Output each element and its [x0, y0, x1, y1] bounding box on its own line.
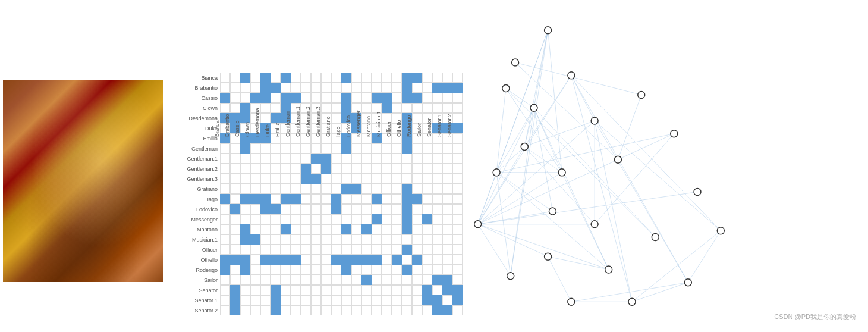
matrix-cell: [452, 83, 463, 93]
matrix-cell: [372, 184, 382, 194]
matrix-cell: [321, 174, 331, 184]
matrix-cell: [402, 234, 412, 245]
svg-line-53: [478, 192, 697, 224]
svg-line-16: [496, 108, 534, 173]
matrix-cell: [311, 204, 321, 214]
matrix-cell: [321, 234, 331, 245]
matrix-cell: [351, 295, 361, 305]
matrix-cell: [311, 214, 321, 224]
matrix-cell: [412, 295, 422, 305]
matrix-cell: [361, 154, 372, 164]
matrix-cell: [220, 224, 230, 234]
svg-line-41: [618, 95, 641, 159]
svg-point-75: [605, 266, 612, 273]
matrix-cell: [301, 214, 311, 224]
matrix-cell: [341, 295, 351, 305]
matrix-cell: [412, 214, 422, 224]
matrix-cell: [271, 245, 281, 255]
matrix-cell: [301, 275, 311, 285]
matrix-cell: [351, 164, 361, 174]
matrix-cell: [240, 234, 250, 245]
matrix-cell: [412, 184, 422, 194]
matrix-cell: [321, 255, 331, 265]
matrix-cell: [402, 164, 412, 174]
matrix-cell: [392, 305, 402, 315]
matrix-cell: [250, 295, 260, 305]
matrix-cell: [372, 154, 382, 164]
matrix-cell: [382, 174, 392, 184]
row-label: Montano: [172, 224, 220, 234]
row-label: Senator.2: [172, 305, 220, 315]
matrix-cell: [220, 174, 230, 184]
svg-line-10: [571, 76, 688, 283]
matrix-cell: [281, 255, 291, 265]
matrix-cell: [382, 275, 392, 285]
matrix-cell: [240, 275, 250, 285]
matrix-cell: [301, 265, 311, 275]
matrix-cell: [271, 143, 281, 154]
matrix-cell: [230, 224, 240, 234]
matrix-cell: [240, 184, 250, 194]
matrix-cell: [392, 234, 402, 245]
matrix-cell: [240, 305, 250, 315]
matrix-cell: [291, 164, 301, 174]
matrix-cell: [412, 143, 422, 154]
svg-line-26: [496, 146, 524, 172]
othello-painting: [3, 80, 163, 282]
matrix-cell: [412, 234, 422, 245]
matrix-cell: [392, 154, 402, 164]
matrix-cell: [291, 245, 301, 255]
svg-point-74: [545, 253, 552, 260]
matrix-cell: [240, 224, 250, 234]
matrix-cell: [301, 234, 311, 245]
svg-point-82: [684, 279, 691, 286]
matrix-cell: [452, 214, 463, 224]
matrix-cell: [351, 214, 361, 224]
col-label: Duke: [260, 71, 271, 137]
svg-line-37: [496, 173, 552, 211]
matrix-cell: [281, 204, 291, 214]
matrix-cell: [402, 204, 412, 214]
matrix-cell: [392, 164, 402, 174]
matrix-cell: [220, 164, 230, 174]
matrix-cell: [422, 204, 432, 214]
matrix-cell: [291, 174, 301, 184]
col-label: Messenger: [351, 71, 361, 137]
matrix-cell: [260, 164, 271, 174]
matrix-cell: [392, 204, 402, 214]
matrix-cell: [301, 194, 311, 204]
matrix-cell: [361, 265, 372, 275]
matrix-cell: [392, 285, 402, 295]
matrix-cell: [432, 245, 442, 255]
matrix-cell: [382, 194, 392, 204]
matrix-cell: [382, 164, 392, 174]
matrix-cell: [230, 204, 240, 214]
matrix-cell: [220, 295, 230, 305]
matrix-cell: [260, 204, 271, 214]
matrix-cell: [301, 285, 311, 295]
matrix-cell: [271, 174, 281, 184]
matrix-cell: [331, 164, 341, 174]
matrix-cell: [422, 184, 432, 194]
matrix-cell: [260, 234, 271, 245]
matrix-cell: [220, 305, 230, 315]
matrix-cell: [240, 265, 250, 275]
matrix-cell: [422, 143, 432, 154]
matrix-cell: [351, 194, 361, 204]
matrix-cell: [331, 234, 341, 245]
matrix-cell: [452, 204, 463, 214]
matrix-cell: [331, 204, 341, 214]
matrix-row: [220, 265, 463, 275]
matrix-cell: [291, 255, 301, 265]
matrix-cell: [301, 143, 311, 154]
col-label: Othello: [392, 71, 402, 137]
matrix-cell: [452, 265, 463, 275]
matrix-cell: [422, 255, 432, 265]
matrix-cell: [260, 194, 271, 204]
svg-line-50: [478, 224, 548, 256]
svg-line-38: [478, 211, 553, 224]
row-label: Lodovico: [172, 204, 220, 214]
matrix-cell: [281, 184, 291, 194]
col-label: Roderigo: [402, 71, 412, 137]
matrix-cell: [372, 143, 382, 154]
